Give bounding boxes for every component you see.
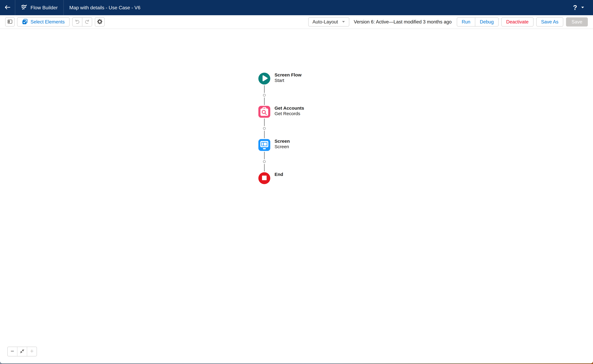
node-end[interactable] [258, 172, 270, 184]
fit-view-button[interactable] [17, 347, 27, 356]
flow-builder-logo-icon [21, 4, 27, 11]
connector [258, 151, 270, 172]
redo-button[interactable] [82, 18, 92, 26]
top-navbar: Flow Builder Map with details - Use Case… [0, 0, 593, 15]
save-as-button[interactable]: Save As [536, 17, 563, 26]
run-debug-group: Run Debug [457, 17, 499, 26]
add-element-button[interactable] [263, 127, 266, 130]
undo-icon [74, 19, 80, 25]
app-name: Flow Builder [31, 5, 58, 11]
undo-button[interactable] [73, 18, 82, 26]
help-button[interactable]: ? [573, 4, 577, 11]
debug-label: Debug [480, 19, 494, 25]
add-element-button[interactable] [263, 160, 266, 163]
node-subtitle: Screen [275, 144, 366, 149]
save-button[interactable]: Save [566, 17, 588, 26]
flow-settings-button[interactable] [95, 17, 105, 26]
chevron-down-icon [342, 20, 345, 23]
back-button[interactable] [0, 0, 15, 15]
zoom-in-button[interactable]: + [27, 347, 37, 356]
gear-icon [97, 19, 102, 25]
panel-toggle-icon [7, 19, 13, 25]
select-elements-label: Select Elements [31, 19, 65, 25]
flow-canvas[interactable]: Screen Flow Start [0, 29, 593, 363]
node-end-label: End [275, 172, 366, 177]
node-screen[interactable] [258, 139, 270, 151]
flow-title: Map with details - Use Case - V6 [64, 0, 140, 15]
builder-toolbar: Select Elements [0, 15, 593, 29]
minus-icon: − [11, 348, 14, 355]
node-title: Screen [275, 139, 366, 144]
debug-button[interactable]: Debug [475, 18, 498, 26]
node-title: Screen Flow [275, 72, 366, 78]
flow-builder-window: Flow Builder Map with details - Use Case… [0, 0, 593, 363]
save-label: Save [572, 19, 582, 25]
select-elements-button[interactable]: Select Elements [17, 17, 70, 26]
connector-line [264, 152, 265, 159]
node-title: End [275, 172, 366, 177]
zoom-out-button[interactable]: − [8, 347, 17, 356]
layout-mode-dropdown[interactable]: Auto-Layout [308, 17, 349, 26]
node-subtitle: Get Records [275, 111, 366, 116]
connector [258, 118, 270, 139]
layout-mode-value: Auto-Layout [312, 19, 338, 25]
app-brand: Flow Builder [15, 0, 63, 15]
chevron-down-icon[interactable] [581, 6, 584, 9]
arrow-left-icon [4, 5, 11, 11]
node-subtitle: Start [275, 78, 366, 83]
run-button[interactable]: Run [457, 18, 475, 26]
connector-line [264, 98, 265, 105]
connector [258, 84, 270, 106]
run-label: Run [462, 19, 470, 25]
redo-icon [84, 19, 90, 25]
version-status: Version 6: Active—Last modified 3 months… [354, 19, 451, 25]
connector-line [264, 164, 265, 171]
compress-arrows-icon [20, 349, 25, 354]
stop-icon [258, 172, 270, 184]
plus-icon: + [30, 348, 34, 355]
select-elements-icon [22, 19, 28, 25]
flow-column: Screen Flow Start [258, 73, 270, 184]
node-start[interactable] [258, 73, 270, 84]
node-title: Get Accounts [275, 105, 366, 111]
deactivate-button[interactable]: Deactivate [501, 17, 533, 26]
connector-line [264, 131, 265, 138]
connector-line [264, 118, 265, 126]
screen-icon [258, 139, 270, 151]
node-get-accounts[interactable] [258, 106, 270, 118]
toggle-panel-button[interactable] [5, 17, 15, 26]
record-lookup-icon [258, 105, 270, 118]
node-get-accounts-label: Get Accounts Get Records [275, 105, 366, 116]
play-icon [258, 72, 270, 85]
add-element-button[interactable] [263, 94, 266, 97]
undo-redo-group [72, 17, 92, 26]
deactivate-label: Deactivate [506, 19, 528, 25]
navbar-right: ? [573, 0, 593, 15]
node-start-label: Screen Flow Start [275, 72, 366, 83]
connector-line [264, 85, 265, 93]
zoom-controls: − + [7, 347, 37, 356]
save-as-label: Save As [541, 19, 559, 25]
node-screen-label: Screen Screen [275, 139, 366, 149]
